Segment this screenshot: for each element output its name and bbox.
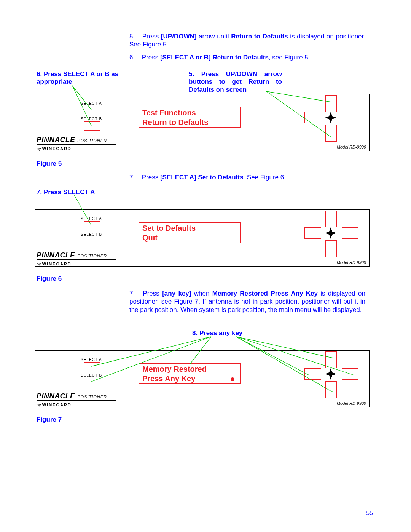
brand-text: PINNACLEPOSITIONER: [37, 251, 107, 259]
callout-7: 7. Press SELECT A: [37, 189, 95, 196]
brand-text: PINNACLEPOSITIONER: [37, 392, 107, 400]
callout-6: 6. Press SELECT A or B as appropriate: [37, 70, 130, 86]
dpad-right-button[interactable]: [342, 112, 358, 123]
select-b-button[interactable]: [84, 121, 100, 131]
page-number: 55: [366, 510, 373, 517]
dpad: [304, 95, 358, 141]
svg-marker-2: [325, 368, 336, 380]
instruction-6: 6. Press [SELECT A or B] Return to Defau…: [129, 53, 365, 61]
dpad-left-button[interactable]: [304, 227, 321, 239]
select-b-label: SELECT B: [81, 232, 102, 236]
lcd-line-2: Return to Defaults: [142, 118, 237, 127]
lcd-line-1: Memory Restored: [142, 364, 237, 374]
brand-underline: [37, 400, 116, 401]
select-b-label: SELECT B: [81, 373, 102, 377]
brand-underline: [37, 259, 116, 260]
by-winegard: by WINEGARD: [37, 262, 72, 266]
select-a-label: SELECT A: [81, 101, 102, 105]
dpad-right-button[interactable]: [342, 368, 358, 380]
dpad-down-button[interactable]: [325, 381, 337, 398]
dpad-center-icon: [324, 367, 337, 380]
lcd-screen: Test Functions Return to Defaults: [139, 107, 241, 128]
model-label: Model RD-9900: [337, 145, 366, 149]
dpad: [304, 211, 358, 256]
by-winegard: by WINEGARD: [37, 146, 72, 151]
dpad-up-button[interactable]: [325, 211, 337, 227]
lcd-screen: Set to Defaults Quit: [139, 222, 241, 243]
dpad-center-icon: [324, 111, 337, 124]
lcd-line-1: Test Functions: [142, 108, 237, 118]
device-panel-fig6: SELECT A SELECT B Set to Defaults Quit P…: [35, 209, 370, 267]
brand-underline: [37, 144, 116, 145]
select-a-button[interactable]: [84, 362, 100, 371]
device-panel-fig7: SELECT A SELECT B Memory Restored Press …: [35, 350, 370, 407]
dpad-up-button[interactable]: [325, 95, 337, 112]
by-winegard: by WINEGARD: [37, 403, 72, 407]
dpad-left-button[interactable]: [304, 112, 321, 123]
brand-text: PINNACLEPOSITIONER: [37, 136, 107, 144]
instruction-7b: 7. Press [any key] when Memory Restored …: [129, 289, 365, 314]
svg-marker-1: [325, 227, 336, 239]
select-b-label: SELECT B: [81, 117, 102, 121]
lcd-dot-icon: [231, 377, 234, 381]
callout-8: 8. Press any key: [192, 329, 242, 337]
lcd-line-2: Quit: [142, 233, 237, 243]
select-b-button[interactable]: [84, 237, 100, 246]
lcd-line-2: Press Any Key: [142, 374, 237, 383]
model-label: Model RD-9900: [337, 401, 366, 406]
instruction-5: 5. Press [UP/DOWN] arrow until Return to…: [129, 32, 365, 49]
lcd-line-1: Set to Defaults: [142, 224, 237, 233]
dpad-center-icon: [324, 227, 337, 240]
svg-marker-0: [325, 112, 336, 123]
instruction-7a: 7. Press [SELECT A] Set to Defaults. See…: [129, 173, 365, 181]
lcd-screen: Memory Restored Press Any Key: [139, 363, 241, 384]
select-a-button[interactable]: [84, 221, 100, 230]
dpad-down-button[interactable]: [325, 125, 337, 142]
select-a-label: SELECT A: [81, 358, 102, 362]
caption-fig7: Figure 7: [37, 416, 62, 423]
dpad-up-button[interactable]: [325, 351, 337, 368]
dpad-down-button[interactable]: [325, 240, 337, 257]
dpad-left-button[interactable]: [304, 368, 321, 380]
callout-5: 5. Press UP/DOWN arrow buttons to get Re…: [189, 70, 282, 94]
select-a-label: SELECT A: [81, 217, 102, 221]
dpad: [304, 351, 358, 397]
select-a-button[interactable]: [84, 106, 100, 115]
select-b-button[interactable]: [84, 378, 100, 387]
dpad-right-button[interactable]: [342, 227, 358, 239]
caption-fig6: Figure 6: [37, 275, 62, 283]
device-panel-fig5: SELECT A SELECT B Test Functions Return …: [35, 94, 370, 151]
caption-fig5: Figure 5: [37, 160, 62, 168]
model-label: Model RD-9900: [337, 260, 366, 265]
